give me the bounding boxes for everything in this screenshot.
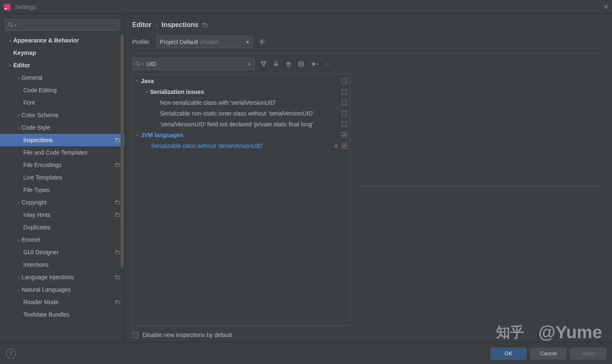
checkbox[interactable] bbox=[341, 89, 347, 95]
project-marker-icon bbox=[115, 275, 120, 279]
profile-label: Profile: bbox=[132, 39, 151, 45]
svg-rect-13 bbox=[116, 251, 118, 251]
divider bbox=[358, 186, 605, 186]
reset-icon[interactable] bbox=[298, 61, 304, 67]
search-dropdown-icon[interactable]: ▾ bbox=[15, 23, 17, 27]
inspection-tree: ›Java ›Serialization issues Non-serializ… bbox=[132, 74, 350, 326]
checkbox[interactable] bbox=[341, 132, 347, 138]
disable-label: Disable new inspections by default bbox=[143, 332, 232, 338]
project-marker-icon bbox=[115, 200, 120, 204]
cancel-button[interactable]: Cancel bbox=[531, 348, 566, 359]
sidebar: ▾ ›Appearance & Behavior Keymap ›Editor … bbox=[0, 14, 125, 342]
search-icon bbox=[135, 61, 141, 67]
chevron-right-icon: › bbox=[16, 125, 22, 131]
svg-line-22 bbox=[139, 65, 141, 66]
tree-reader-mode[interactable]: Reader Mode bbox=[0, 296, 124, 308]
tree-gui-designer[interactable]: GUI Designer bbox=[0, 246, 124, 258]
sidebar-search-input[interactable] bbox=[18, 22, 116, 28]
tree-textmate-bundles[interactable]: TextMate Bundles bbox=[0, 308, 124, 321]
tree-general[interactable]: ›General bbox=[0, 71, 124, 84]
svg-rect-19 bbox=[203, 23, 205, 24]
insp-item-4[interactable]: Serializable class without 'serialVersio… bbox=[133, 140, 350, 151]
search-dropdown-icon[interactable]: ▾ bbox=[142, 62, 144, 66]
svg-rect-12 bbox=[116, 251, 120, 254]
tree-live-templates[interactable]: Live Templates bbox=[0, 171, 124, 184]
svg-rect-16 bbox=[116, 301, 120, 304]
chevron-right-icon: › bbox=[16, 75, 22, 81]
svg-rect-15 bbox=[116, 275, 118, 276]
tree-emmet[interactable]: ›Emmet bbox=[0, 234, 124, 246]
svg-rect-4 bbox=[116, 139, 120, 142]
profile-dropdown[interactable]: Project Default Project ▾ bbox=[156, 36, 253, 48]
ok-button[interactable]: OK bbox=[491, 348, 526, 359]
tree-editor[interactable]: ›Editor bbox=[0, 59, 124, 71]
checkbox[interactable] bbox=[341, 100, 347, 106]
expand-all-icon[interactable] bbox=[273, 61, 279, 67]
chevron-down-icon: › bbox=[7, 62, 14, 68]
disable-checkbox[interactable] bbox=[132, 332, 138, 338]
tree-code-editing[interactable]: Code Editing bbox=[0, 84, 124, 96]
svg-rect-10 bbox=[116, 214, 120, 216]
chevron-right-icon: › bbox=[16, 112, 22, 118]
tree-inlay-hints[interactable]: Inlay Hints bbox=[0, 209, 124, 221]
breadcrumb: Editor › Inspections ← → bbox=[132, 14, 605, 36]
apply-button[interactable]: Apply bbox=[570, 348, 606, 359]
settings-tree: ›Appearance & Behavior Keymap ›Editor ›G… bbox=[0, 34, 124, 342]
inspection-search[interactable]: ▾ ✕ bbox=[132, 58, 254, 70]
tree-code-style[interactable]: ›Code Style bbox=[0, 121, 124, 134]
tree-file-code-templates[interactable]: File and Code Templates bbox=[0, 146, 124, 159]
tree-language-injections[interactable]: ›Language Injections bbox=[0, 271, 124, 283]
svg-line-3 bbox=[12, 26, 13, 27]
tree-color-scheme[interactable]: ›Color Scheme bbox=[0, 109, 124, 121]
svg-rect-11 bbox=[116, 213, 118, 214]
checkbox[interactable] bbox=[341, 111, 347, 116]
tree-file-encodings[interactable]: File Encodings bbox=[0, 159, 124, 171]
help-icon[interactable]: ? bbox=[6, 349, 16, 359]
inspection-search-input[interactable] bbox=[146, 61, 247, 67]
insp-item-2[interactable]: Serializable non-static inner class with… bbox=[133, 108, 350, 119]
project-marker-icon bbox=[115, 300, 120, 304]
warning-icon: ⚠ bbox=[333, 143, 339, 149]
close-icon[interactable]: ✕ bbox=[603, 3, 609, 11]
insp-item-1[interactable]: Non-serializable class with 'serialVersi… bbox=[133, 97, 350, 108]
svg-rect-9 bbox=[116, 201, 118, 202]
svg-rect-8 bbox=[116, 202, 120, 204]
tree-inspections[interactable]: Inspections bbox=[0, 134, 124, 146]
tree-file-types[interactable]: File Types bbox=[0, 184, 124, 196]
tree-intentions[interactable]: Intentions bbox=[0, 258, 124, 271]
insp-java[interactable]: ›Java bbox=[133, 76, 350, 86]
scrollbar-thumb[interactable] bbox=[121, 35, 124, 268]
sidebar-search[interactable]: ▾ bbox=[5, 19, 119, 31]
insp-jvm[interactable]: ›JVM languages bbox=[133, 130, 350, 140]
svg-rect-18 bbox=[203, 24, 207, 27]
tree-duplicates[interactable]: Duplicates bbox=[0, 221, 124, 234]
nav-back-icon[interactable]: ← bbox=[586, 22, 592, 28]
checkbox[interactable] bbox=[341, 121, 347, 127]
project-marker-icon bbox=[115, 163, 120, 167]
collapse-all-icon[interactable] bbox=[285, 61, 292, 67]
tree-keymap[interactable]: Keymap bbox=[0, 47, 124, 59]
insp-item-3[interactable]: 'serialVersionUID' field not declared 'p… bbox=[133, 119, 350, 130]
remove-icon[interactable] bbox=[324, 61, 331, 67]
add-icon[interactable]: ▾ bbox=[310, 61, 318, 67]
project-marker-icon bbox=[115, 213, 120, 217]
svg-rect-0 bbox=[4, 4, 10, 10]
tree-natural-languages[interactable]: ›Natural Languages bbox=[0, 283, 124, 296]
tree-appearance-behavior[interactable]: ›Appearance & Behavior bbox=[0, 34, 124, 47]
clear-icon[interactable]: ✕ bbox=[247, 61, 252, 67]
chevron-right-icon: › bbox=[16, 237, 22, 243]
checkbox[interactable] bbox=[341, 78, 347, 84]
checkbox[interactable] bbox=[341, 143, 347, 149]
chevron-down-icon: ▾ bbox=[246, 39, 249, 45]
gear-icon[interactable] bbox=[259, 38, 265, 46]
nav-forward-icon[interactable]: → bbox=[599, 22, 605, 28]
tree-copyright[interactable]: ›Copyright bbox=[0, 196, 124, 209]
breadcrumb-root[interactable]: Editor bbox=[132, 21, 151, 29]
svg-point-20 bbox=[261, 40, 262, 42]
insp-serialization[interactable]: ›Serialization issues bbox=[133, 86, 350, 97]
filter-icon[interactable] bbox=[260, 61, 267, 67]
svg-point-21 bbox=[136, 62, 139, 65]
footer: ? OK Cancel Apply bbox=[0, 342, 612, 364]
svg-point-2 bbox=[9, 23, 12, 26]
tree-font[interactable]: Font bbox=[0, 96, 124, 109]
